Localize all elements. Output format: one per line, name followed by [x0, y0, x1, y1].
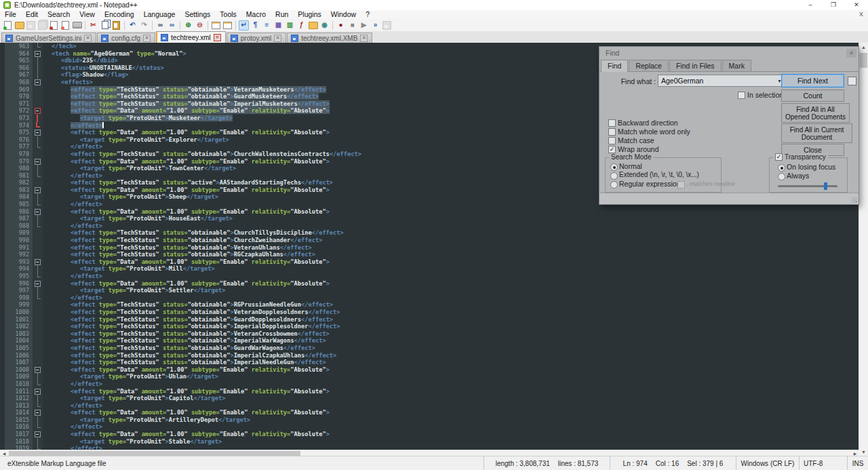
indent-guide-icon[interactable]: ≡ — [262, 20, 272, 31]
fold-margin[interactable] — [33, 309, 43, 316]
find-what-combobox[interactable]: Age0German ▼ — [658, 75, 785, 87]
editor-line[interactable]: 1015<target type="ProtoUnit">ArtilleryDe… — [0, 416, 859, 424]
fold-margin[interactable] — [33, 423, 43, 431]
fold-margin[interactable] — [33, 258, 43, 266]
sync-horizontal-scroll-icon[interactable] — [222, 20, 233, 31]
tab-find[interactable]: Find — [601, 60, 628, 72]
bookmark-margin[interactable] — [0, 359, 5, 366]
bookmark-margin[interactable] — [0, 57, 5, 64]
fold-margin[interactable] — [33, 193, 43, 201]
user-defined-language-icon[interactable]: ▦ — [273, 20, 283, 31]
menu-edit[interactable]: Edit — [21, 10, 43, 19]
match-whole-word-checkbox[interactable] — [608, 128, 616, 136]
editor-line[interactable]: 1008<effect type="Data" amount="1.00" su… — [0, 366, 859, 374]
document-map-icon[interactable]: ▥ — [285, 20, 295, 31]
bookmark-margin[interactable] — [0, 151, 5, 158]
bookmark-margin[interactable] — [0, 71, 5, 79]
insert-mode-label[interactable]: INS — [852, 460, 864, 467]
macro-run-multiple-icon[interactable]: » — [370, 20, 380, 31]
editor-line[interactable]: 1018<target type="ProtoUnit">Stable</tar… — [0, 438, 859, 446]
fold-margin[interactable] — [33, 57, 43, 64]
bookmark-margin[interactable] — [0, 301, 5, 309]
editor-line[interactable]: 992<effect type="TechStatus" status="obt… — [0, 251, 859, 258]
editor-line[interactable]: 1010</effect> — [0, 380, 859, 388]
fold-margin[interactable] — [33, 251, 43, 258]
bookmark-margin[interactable] — [0, 273, 5, 280]
tab-techtreey-xml-xmb[interactable]: techtreey.xml.XMB✕ — [287, 33, 372, 43]
fold-margin[interactable] — [33, 366, 43, 374]
fold-collapse-icon[interactable] — [35, 108, 41, 114]
fold-margin[interactable] — [33, 100, 43, 108]
bookmark-margin[interactable] — [0, 337, 5, 345]
wrap-around-checkbox[interactable] — [608, 146, 616, 153]
redo-icon[interactable]: ↷ — [139, 20, 149, 31]
zoom-out-icon[interactable]: ⊖ — [195, 20, 205, 31]
fold-margin[interactable] — [33, 208, 43, 216]
bookmark-margin[interactable] — [0, 122, 5, 130]
tab-gameusersettings-ini[interactable]: GameUserSettings.ini✕ — [1, 33, 96, 43]
folder-as-workspace-icon[interactable] — [308, 20, 318, 31]
fold-margin[interactable] — [33, 280, 43, 288]
bookmark-margin[interactable] — [0, 179, 5, 187]
bookmark-margin[interactable] — [0, 136, 5, 144]
menu-plugins[interactable]: Plugins — [293, 10, 326, 19]
fold-margin[interactable] — [33, 115, 43, 122]
fold-margin[interactable] — [33, 301, 43, 309]
bookmark-margin[interactable] — [0, 373, 5, 380]
bookmark-margin[interactable] — [0, 402, 5, 410]
fold-margin[interactable] — [33, 215, 43, 222]
fold-margin[interactable] — [33, 345, 43, 352]
editor-line[interactable]: 998</effect> — [0, 294, 859, 302]
fold-collapse-icon[interactable] — [35, 367, 41, 373]
bookmark-margin[interactable] — [0, 158, 5, 165]
menu-window[interactable]: Window — [326, 10, 361, 19]
fold-margin[interactable] — [33, 316, 43, 324]
menu-tools[interactable]: Tools — [215, 10, 241, 19]
bookmark-margin[interactable] — [0, 409, 5, 416]
editor-line[interactable]: 991<effect type="TechStatus" status="obt… — [0, 244, 859, 252]
editor-line[interactable]: 989<effect type="TechStatus" status="obt… — [0, 229, 859, 237]
fold-collapse-icon[interactable] — [35, 410, 41, 416]
bookmark-margin[interactable] — [0, 258, 5, 266]
editor-line[interactable]: 1013</effect> — [0, 402, 859, 410]
menu-macro[interactable]: Macro — [241, 10, 271, 19]
fold-margin[interactable] — [33, 43, 43, 50]
bookmark-margin[interactable] — [0, 330, 5, 338]
bookmark-margin[interactable] — [0, 43, 5, 50]
fold-margin[interactable] — [33, 445, 43, 450]
bookmark-margin[interactable] — [0, 50, 5, 58]
menu-[interactable]: ? — [361, 10, 374, 19]
bookmark-margin[interactable] — [0, 64, 5, 72]
find-dialog-close-icon[interactable]: ✕ — [846, 49, 856, 58]
editor-line[interactable]: 993<effect type="Data" amount="1.00" sub… — [0, 258, 859, 266]
mode-extended-radio[interactable] — [610, 172, 618, 180]
bookmark-margin[interactable] — [0, 323, 5, 330]
scroll-up-icon[interactable]: ▲ — [859, 43, 868, 52]
function-list-icon[interactable]: ƒ — [296, 20, 307, 31]
menu-settings[interactable]: Settings — [180, 10, 215, 19]
document-monitoring-icon[interactable]: ◉ — [319, 20, 330, 31]
find-next-side-checkbox[interactable] — [848, 77, 856, 85]
fold-margin[interactable] — [33, 107, 43, 115]
bookmark-margin[interactable] — [0, 431, 5, 438]
zoom-in-icon[interactable]: ⊕ — [183, 20, 193, 31]
fold-margin[interactable] — [33, 402, 43, 410]
bookmark-margin[interactable] — [0, 222, 5, 230]
fold-collapse-icon[interactable] — [35, 209, 41, 215]
cut-icon[interactable]: ✂ — [88, 20, 98, 31]
editor-line[interactable]: 988</effect> — [0, 222, 859, 230]
bookmark-margin[interactable] — [0, 309, 5, 316]
editor-line[interactable]: 994<target type="ProtoUnit">Mill</target… — [0, 265, 859, 273]
bookmark-margin[interactable] — [0, 93, 5, 100]
macro-record-icon[interactable]: ● — [336, 20, 346, 31]
replace-icon[interactable]: ∞ — [167, 20, 177, 31]
bookmark-margin[interactable] — [0, 165, 5, 172]
bookmark-margin[interactable] — [0, 208, 5, 216]
find-all-opened-button[interactable]: Find All in All Opened Documents — [781, 103, 850, 123]
fold-collapse-icon[interactable] — [35, 389, 41, 395]
bookmark-margin[interactable] — [0, 115, 5, 122]
bookmark-margin[interactable] — [0, 352, 5, 359]
tab-close-icon[interactable]: ✕ — [360, 35, 368, 42]
fold-margin[interactable] — [33, 172, 43, 180]
fold-margin[interactable] — [33, 373, 43, 380]
